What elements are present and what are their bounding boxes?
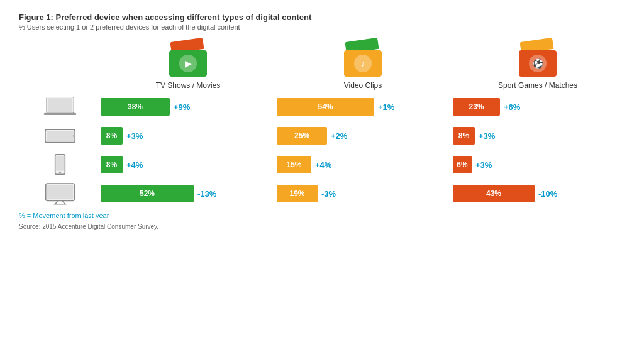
tablet-land-tv-delta: +3% (126, 131, 143, 141)
source-text: Source: 2015 Accenture Digital Consumer … (19, 223, 625, 230)
laptop-tv-delta: +9% (174, 102, 190, 112)
laptop-sg-delta: +6% (504, 102, 520, 112)
laptop-vc-delta: +1% (378, 102, 394, 112)
tablet-land-tv-bar: 8% (101, 127, 123, 145)
category-video-clips: ♪ Video Clips (275, 40, 450, 90)
tv-shows-label: TV Shows / Movies (156, 81, 221, 90)
tv-screen-vc-delta: -3% (321, 189, 336, 199)
tablet-land-vc-delta: +2% (331, 131, 347, 141)
svg-rect-11 (47, 185, 72, 199)
laptop-tv-bar: 38% (101, 98, 170, 116)
figure-title: Figure 1: Preferred device when accessin… (19, 13, 625, 22)
tv-screen-tv-bar: 52% (101, 185, 194, 202)
tablet-land-vc-bar: 25% (277, 127, 327, 145)
laptop-vc-group: 54% +1% (277, 98, 453, 116)
tablet-land-sg-group: 8% +3% (453, 127, 629, 145)
laptop-sg-bar: 23% (453, 98, 500, 116)
tablet-landscape-icon (19, 124, 101, 148)
phone-sg-group: 6% +3% (453, 156, 629, 173)
phone-sg-bar: 6% (453, 156, 472, 173)
figure-subtitle: % Users selecting 1 or 2 preferred devic… (19, 23, 625, 31)
tv-screen-vc-bar: 19% (277, 185, 318, 202)
svg-rect-5 (47, 131, 73, 141)
phone-vc-bar: 15% (277, 156, 311, 173)
laptop-icon (19, 95, 101, 119)
tv-screen-tv-delta: -13% (197, 189, 216, 199)
svg-line-12 (55, 200, 57, 204)
svg-rect-3 (43, 113, 76, 115)
phone-vc-delta: +4% (315, 160, 331, 170)
tv-screen-tv-group: 52% -13% (101, 185, 277, 202)
phone-sg-delta: +3% (475, 160, 492, 170)
phone-tv-delta: +4% (126, 160, 143, 170)
tv-screen-sg-bar: 43% (453, 185, 535, 202)
row-phone: 8% +4% 15% +4% 6% +3% (19, 153, 625, 177)
row-tv-screen: 52% -13% 19% -3% 43% -10% (19, 182, 625, 206)
laptop-tv-group: 38% +9% (101, 98, 277, 116)
tv-screen-vc-group: 19% -3% (277, 185, 453, 202)
svg-rect-2 (47, 98, 72, 112)
laptop-sg-group: 23% +6% (453, 98, 629, 116)
svg-point-9 (58, 172, 60, 173)
video-clips-label: Video Clips (344, 81, 382, 90)
svg-point-6 (72, 135, 74, 137)
laptop-vc-bar: 54% (277, 98, 374, 116)
sport-games-label: Sport Games / Matches (498, 81, 577, 90)
category-tv-shows: ▶ TV Shows / Movies (101, 40, 275, 90)
row-laptop: 38% +9% 54% +1% 23% +6% (19, 95, 625, 119)
tablet-land-sg-bar: 8% (453, 127, 475, 145)
phone-tv-group: 8% +4% (101, 156, 277, 173)
row-tablet-landscape: 8% +3% 25% +2% 8% +3% (19, 124, 625, 148)
category-sport-games: ⚽ Sport Games / Matches (450, 40, 625, 90)
tablet-land-vc-group: 25% +2% (277, 127, 453, 145)
tv-screen-sg-delta: -10% (538, 189, 557, 199)
tablet-land-tv-group: 8% +3% (101, 127, 277, 145)
phone-icon (19, 153, 101, 177)
footer-note: % = Movement from last year (19, 212, 625, 219)
tablet-land-sg-delta: +3% (479, 131, 495, 141)
tv-screen-icon (19, 182, 101, 206)
svg-line-13 (62, 200, 65, 204)
tv-screen-sg-group: 43% -10% (453, 185, 629, 202)
phone-vc-group: 15% +4% (277, 156, 453, 173)
phone-tv-bar: 8% (101, 156, 123, 173)
svg-rect-8 (56, 156, 64, 171)
